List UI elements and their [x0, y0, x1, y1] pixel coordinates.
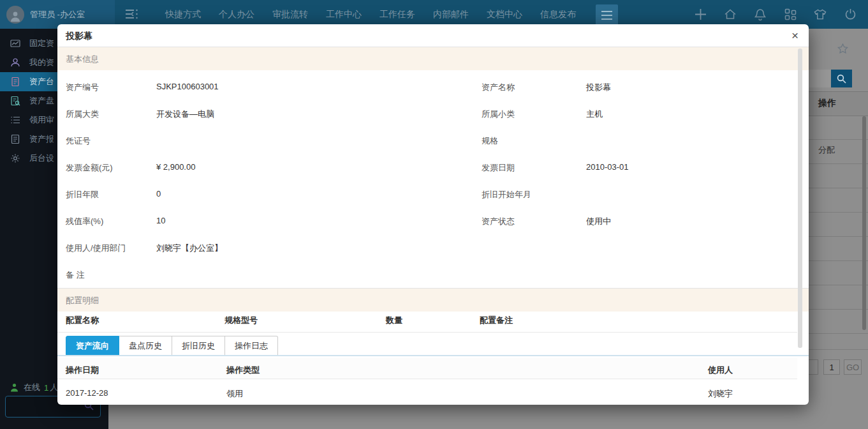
field-value: 0: [156, 189, 161, 199]
modal-scrollbar[interactable]: [798, 49, 802, 348]
detail-tabs: 资产流向盘点历史折旧历史操作日志: [66, 336, 278, 356]
sidebar-item-label: 后台设: [29, 153, 54, 164]
field-row-0: 资产编号SJKP100603001资产名称投影幕: [57, 73, 797, 100]
plus-icon[interactable]: [694, 8, 707, 21]
page-search-button[interactable]: [831, 70, 852, 87]
config-col-remark: 配置备注: [480, 315, 513, 326]
section-basic-info: 基本信息: [57, 47, 809, 70]
field-value: 开发设备—电脑: [156, 109, 214, 120]
field-row-4: 折旧年限0折旧开始年月: [57, 181, 797, 207]
field-row-1: 所属大类开发设备—电脑所属小类主机: [57, 100, 797, 127]
sidebar-item-label: 资产报: [29, 133, 54, 145]
config-col-name: 配置名称: [66, 315, 99, 326]
flow-cell: 领用: [226, 388, 243, 400]
sidebar-item-label: 资产台: [29, 76, 54, 87]
nav-item-1[interactable]: 个人办公: [210, 9, 263, 20]
field-label: 资产名称: [482, 82, 515, 93]
nav-item-0[interactable]: 快捷方式: [156, 9, 210, 20]
docsearch-icon: [10, 96, 20, 106]
flow-row-0: 2017-12-28领用刘晓宇: [57, 379, 797, 405]
field-label: 备 注: [66, 269, 85, 281]
field-label: 发票日期: [482, 162, 515, 174]
nav-item-6[interactable]: 文档中心: [478, 9, 531, 20]
flow-cell: 刘晓宇: [708, 388, 733, 400]
home-icon[interactable]: [724, 8, 737, 21]
modal-title: 投影幕: [66, 31, 92, 42]
nav-item-3[interactable]: 工作中心: [317, 9, 371, 20]
flow-table-header: 操作日期 操作类型 使用人: [57, 358, 797, 379]
online-user-icon: [10, 383, 18, 392]
flow-col-user: 使用人: [708, 365, 733, 376]
sidebar-item-label: 资产盘: [29, 95, 54, 107]
sidebar-item-label: 领用审: [29, 114, 54, 126]
flow-col-type: 操作类型: [226, 365, 260, 376]
user-name: 管理员 -办公室: [30, 9, 85, 20]
sidebar-item-label: 固定资: [29, 38, 54, 49]
field-row-6: 使用人/使用部门刘晓宇【办公室】: [57, 234, 797, 261]
field-row-2: 凭证号规格: [57, 127, 797, 154]
field-value: 刘晓宇【办公室】: [156, 243, 223, 254]
field-label: 所属小类: [482, 109, 515, 120]
nav-item-5[interactable]: 内部邮件: [424, 9, 478, 20]
nav-item-2[interactable]: 审批流转: [263, 9, 317, 20]
online-count: 1: [44, 383, 48, 393]
close-icon[interactable]: ×: [791, 29, 798, 42]
config-table-header: 配置名称 规格型号 数量 配置备注: [57, 308, 797, 333]
field-value: 10: [156, 216, 165, 225]
field-row-7: 备 注: [57, 261, 797, 288]
field-label: 折旧开始年月: [482, 189, 531, 200]
tab-0[interactable]: 资产流向: [66, 336, 119, 356]
doc-icon: [10, 134, 20, 144]
chart-icon: [10, 38, 20, 49]
field-value: SJKP100603001: [156, 82, 219, 91]
nav-item-4[interactable]: 工作任务: [371, 9, 424, 20]
field-label: 凭证号: [66, 135, 91, 147]
config-col-qty: 数量: [386, 315, 402, 326]
field-row-5: 残值率(%)10资产状态使用中: [57, 207, 797, 234]
field-value: ¥ 2,900.00: [156, 162, 195, 172]
field-value: 主机: [586, 109, 603, 120]
field-label: 资产状态: [482, 216, 515, 227]
pagination-page-input[interactable]: 1: [823, 359, 840, 375]
field-label: 发票金额(元): [66, 162, 113, 174]
asset-detail-modal: 投影幕 × 基本信息 资产编号SJKP100603001资产名称投影幕所属大类开…: [57, 24, 809, 405]
config-col-model: 规格型号: [224, 315, 258, 326]
shirt-icon[interactable]: [814, 8, 827, 21]
field-row-3: 发票金额(元)¥ 2,900.00发票日期2010-03-01: [57, 154, 797, 181]
field-value: 使用中: [586, 216, 611, 227]
online-label: 在线: [24, 382, 40, 393]
field-label: 资产编号: [66, 82, 99, 93]
bg-operation-column: 操作: [818, 98, 836, 109]
favorite-star-icon[interactable]: [837, 43, 848, 56]
flow-col-date: 操作日期: [66, 365, 99, 376]
field-value: 2010-03-01: [586, 162, 629, 172]
bell-icon[interactable]: [754, 8, 767, 21]
hamburger-menu-button[interactable]: [596, 4, 618, 26]
list-icon: [10, 115, 20, 125]
ledger-icon: [10, 77, 20, 87]
field-label: 折旧年限: [66, 189, 99, 200]
tab-2[interactable]: 折旧历史: [172, 336, 225, 356]
assign-link[interactable]: 分配: [818, 144, 835, 156]
flow-cell: 2017-12-28: [66, 388, 108, 398]
field-label: 残值率(%): [66, 216, 103, 227]
field-value: 投影幕: [586, 82, 611, 93]
field-label: 所属大类: [66, 109, 99, 120]
person-icon: [10, 57, 20, 68]
apps-icon[interactable]: [784, 8, 797, 21]
online-status: 在线 1 人: [10, 382, 58, 393]
tab-1[interactable]: 盘点历史: [119, 336, 172, 356]
tabs-divider: [57, 355, 809, 356]
field-label: 规格: [482, 135, 498, 147]
sidebar-item-label: 我的资: [29, 57, 54, 68]
nav-item-7[interactable]: 信息发布: [531, 9, 585, 20]
page-scrollbar[interactable]: [862, 116, 866, 330]
tab-3[interactable]: 操作日志: [225, 336, 278, 356]
power-icon[interactable]: [844, 8, 857, 21]
gear-icon: [10, 153, 20, 163]
pagination-go-button[interactable]: GO: [844, 359, 862, 375]
avatar: [6, 6, 24, 24]
field-label: 使用人/使用部门: [66, 243, 126, 254]
collapse-menu-icon[interactable]: [125, 8, 139, 20]
